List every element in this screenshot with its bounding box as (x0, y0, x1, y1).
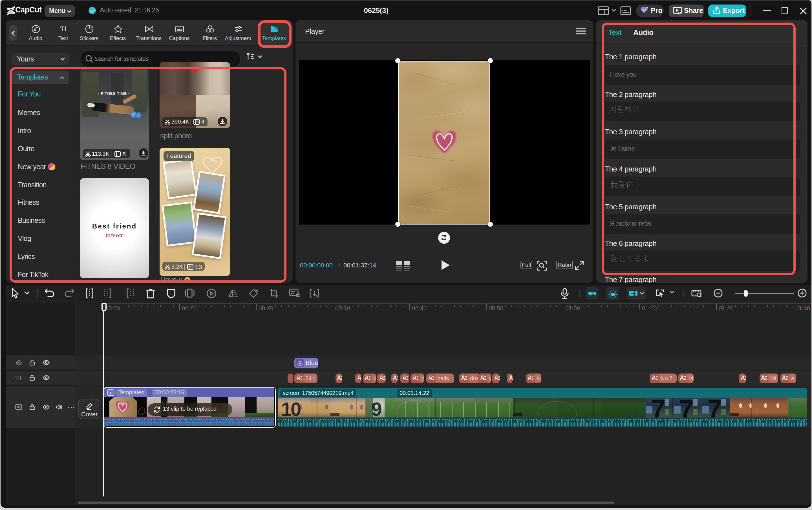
svg-text:TI: TI (60, 25, 66, 33)
